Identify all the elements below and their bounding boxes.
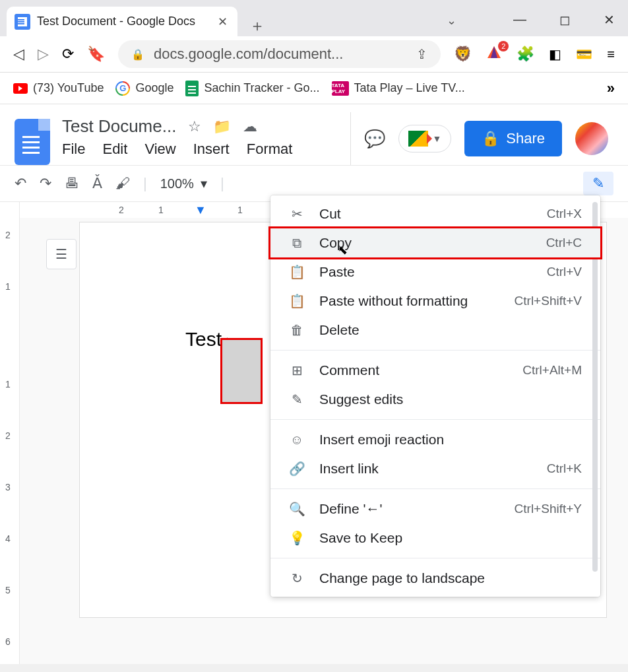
insert-emoji-reaction-icon: ☺ — [289, 432, 305, 448]
meet-icon — [408, 131, 428, 147]
menu-item-label: Comment — [319, 362, 508, 378]
menu-item-label: Save to Keep — [319, 530, 567, 546]
context-menu: ✂CutCtrl+X⧉CopyCtrl+C📋PasteCtrl+V📋Paste … — [270, 195, 600, 597]
comments-button[interactable]: 💬 — [364, 129, 385, 149]
copy-icon: ⧉ — [289, 236, 305, 251]
menu-insert[interactable]: Insert — [193, 141, 230, 158]
lock-icon: 🔒 — [482, 130, 499, 147]
menu-item-define-[interactable]: 🔍Define '←'Ctrl+Shift+Y — [270, 494, 600, 523]
brave-shields-icon[interactable]: 🦁 — [454, 46, 472, 63]
sidepanel-button[interactable]: ◧ — [549, 46, 561, 62]
save-to-keep-icon: 💡 — [289, 530, 305, 546]
define--icon: 🔍 — [289, 501, 305, 517]
menu-item-label: Insert emoji reaction — [319, 432, 567, 448]
undo-button[interactable]: ↶ — [15, 175, 26, 192]
menu-item-comment[interactable]: ⊞CommentCtrl+Alt+M — [270, 356, 600, 385]
reload-button[interactable]: ⟳ — [62, 46, 74, 63]
extensions-button[interactable]: 🧩 — [517, 46, 534, 63]
menu-item-label: Define '←' — [319, 501, 500, 517]
window-close-button[interactable]: ✕ — [604, 12, 615, 28]
document-text[interactable]: Test — [185, 328, 222, 350]
url-field[interactable]: 🔒 docs.google.com/document... ⇪ — [118, 40, 441, 68]
vertical-ruler: 2112345678 — [0, 202, 20, 664]
menu-file[interactable]: File — [62, 141, 85, 158]
meet-button[interactable]: ▼ — [398, 125, 451, 152]
menu-bar: File Edit View Insert Format — [62, 137, 344, 158]
menu-item-insert-emoji-reaction[interactable]: ☺Insert emoji reaction — [270, 425, 600, 454]
menu-item-label: Copy — [319, 235, 532, 251]
wallet-button[interactable]: 💳 — [576, 46, 592, 62]
account-avatar[interactable] — [575, 122, 608, 155]
cloud-status-icon[interactable]: ☁ — [243, 118, 257, 135]
menu-item-shortcut: Ctrl+K — [547, 461, 582, 476]
nav-forward-button[interactable]: ▷ — [38, 46, 49, 63]
zoom-select[interactable]: 100% ▾ — [160, 176, 207, 191]
bookmark-button[interactable]: 🔖 — [87, 46, 105, 63]
menu-item-label: Paste without formatting — [319, 293, 500, 309]
share-url-icon[interactable]: ⇪ — [416, 46, 427, 62]
menu-button[interactable]: ≡ — [607, 47, 615, 62]
menu-item-label: Cut — [319, 206, 532, 222]
docs-logo-icon[interactable] — [15, 119, 50, 165]
menu-item-shortcut: Ctrl+Shift+V — [515, 294, 582, 308]
youtube-icon — [13, 83, 28, 94]
menu-item-change-page-to-landscape[interactable]: ↻Change page to landscape — [270, 564, 600, 593]
menu-item-shortcut: Ctrl+X — [547, 207, 582, 221]
bookmark-youtube[interactable]: (73) YouTube — [13, 81, 104, 95]
menu-divider — [270, 488, 600, 489]
brave-rewards-icon[interactable]: 2 — [486, 45, 502, 64]
tabs-dropdown-icon[interactable]: ⌄ — [447, 13, 456, 28]
new-tab-button[interactable]: ＋ — [237, 15, 277, 36]
menu-item-insert-link[interactable]: 🔗Insert linkCtrl+K — [270, 454, 600, 483]
chevron-down-icon: ▾ — [201, 176, 207, 191]
brave-badge: 2 — [498, 41, 509, 51]
bookmark-tataplay[interactable]: TATA PLAY Tata Play – Live TV... — [332, 81, 465, 96]
move-button[interactable]: 📁 — [213, 118, 231, 135]
paintformat-button[interactable]: 🖌 — [115, 175, 130, 192]
bookmark-google[interactable]: Google — [115, 81, 173, 96]
menu-item-label: Paste — [319, 264, 532, 280]
star-button[interactable]: ☆ — [188, 118, 201, 135]
change-page-to-landscape-icon: ↻ — [289, 570, 305, 586]
menu-item-shortcut: Ctrl+Alt+M — [522, 363, 582, 378]
paste-without-formatting-icon: 📋 — [289, 293, 305, 309]
menu-item-paste[interactable]: 📋PasteCtrl+V — [270, 257, 600, 286]
menu-item-shortcut: Ctrl+Shift+Y — [515, 502, 582, 516]
chevron-down-icon: ▼ — [432, 133, 441, 144]
print-button[interactable]: 🖶 — [65, 175, 79, 192]
browser-tab[interactable]: Test Document - Google Docs ✕ — [7, 7, 237, 36]
share-button[interactable]: 🔒 Share — [464, 121, 562, 156]
menu-item-copy[interactable]: ⧉CopyCtrl+C — [268, 226, 602, 259]
menu-item-label: Insert link — [319, 461, 532, 477]
text-selection-highlight — [220, 338, 263, 404]
bookmarks-bar: (73) YouTube Google Sachin Tracker - Go.… — [0, 73, 628, 104]
outline-toggle-button[interactable]: ☰ — [46, 239, 77, 269]
cut-icon: ✂ — [289, 206, 305, 222]
window-maximize-button[interactable]: ◻ — [559, 12, 571, 28]
menu-item-suggest-edits[interactable]: ✎Suggest edits — [270, 385, 600, 414]
document-title[interactable]: Test Docume... — [62, 116, 176, 137]
sheets-icon — [185, 81, 199, 96]
menu-divider — [270, 419, 600, 420]
nav-back-button[interactable]: ◁ — [13, 46, 24, 63]
tab-close-button[interactable]: ✕ — [218, 15, 230, 29]
menu-item-paste-without-formatting[interactable]: 📋Paste without formattingCtrl+Shift+V — [270, 286, 600, 316]
bookmark-sheets[interactable]: Sachin Tracker - Go... — [185, 81, 319, 96]
menu-item-save-to-keep[interactable]: 💡Save to Keep — [270, 523, 600, 553]
delete-icon: 🗑 — [289, 323, 305, 338]
tataplay-icon: TATA PLAY — [332, 81, 349, 96]
menu-item-cut[interactable]: ✂CutCtrl+X — [270, 199, 600, 228]
bookmarks-overflow-button[interactable]: » — [607, 80, 615, 97]
paste-icon: 📋 — [289, 264, 305, 280]
insert-link-icon: 🔗 — [289, 461, 305, 477]
spellcheck-button[interactable]: Ǎ — [92, 175, 102, 192]
menu-item-delete[interactable]: 🗑Delete — [270, 316, 600, 345]
menu-view[interactable]: View — [144, 141, 175, 158]
redo-button[interactable]: ↷ — [40, 175, 51, 192]
docs-favicon-icon — [15, 14, 30, 30]
menu-format[interactable]: Format — [247, 141, 293, 158]
window-minimize-button[interactable]: — — [513, 12, 526, 28]
menu-edit[interactable]: Edit — [102, 141, 127, 158]
editing-mode-button[interactable]: ✎ — [583, 172, 613, 195]
menu-divider — [270, 350, 600, 351]
